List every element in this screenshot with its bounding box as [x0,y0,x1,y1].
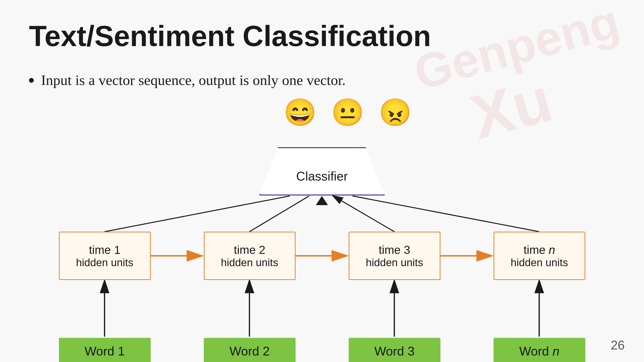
word-box-1: Word 1 [59,338,151,362]
word-label-3: Word 3 [374,344,414,359]
word-label-2: Word 2 [230,344,270,359]
hidden-box-n: time n hidden units [494,232,585,280]
classifier-trapezoid: Classifier [259,147,385,195]
hidden-box-2-sub: hidden units [221,257,278,269]
main-content: Text/Sentiment Classification Input is a… [0,0,644,117]
diagram: 😄 😐 😠 Classifier time 1 hidden units tim… [0,92,644,362]
hidden-box-n-sub: hidden units [511,257,568,269]
hidden-box-2: time 2 hidden units [204,232,296,280]
classifier-label: Classifier [296,169,348,183]
page-number: 26 [611,338,625,352]
page-title: Text/Sentiment Classification [29,19,615,53]
word-box-3: Word 3 [349,338,440,362]
hidden-box-1-sub: hidden units [76,257,133,269]
hidden-box-n-time: time n [524,243,555,257]
hidden-box-1-time: time 1 [89,243,120,257]
slide: Genpeng Xu [0,0,644,362]
hidden-box-2-time: time 2 [234,243,266,257]
word-label-1: Word 1 [84,344,125,359]
word-box-n: Word n [494,338,585,362]
classifier-container: Classifier [259,147,385,195]
word-box-2: Word 2 [204,338,296,362]
bullet-dot [29,78,34,83]
hidden-box-3-time: time 3 [378,243,410,257]
bullet-text: Input is a vector sequence, output is on… [41,72,346,89]
words-row: Word 1 Word 2 Word 3 Word n [0,338,644,362]
word-label-n: Word n [519,344,560,359]
hidden-box-3-sub: hidden units [366,257,423,269]
hidden-box-3: time 3 hidden units [349,232,440,280]
bullet-point: Input is a vector sequence, output is on… [29,72,615,89]
hidden-box-1: time 1 hidden units [59,232,151,280]
hidden-units-row: time 1 hidden units time 2 hidden units … [0,232,644,280]
